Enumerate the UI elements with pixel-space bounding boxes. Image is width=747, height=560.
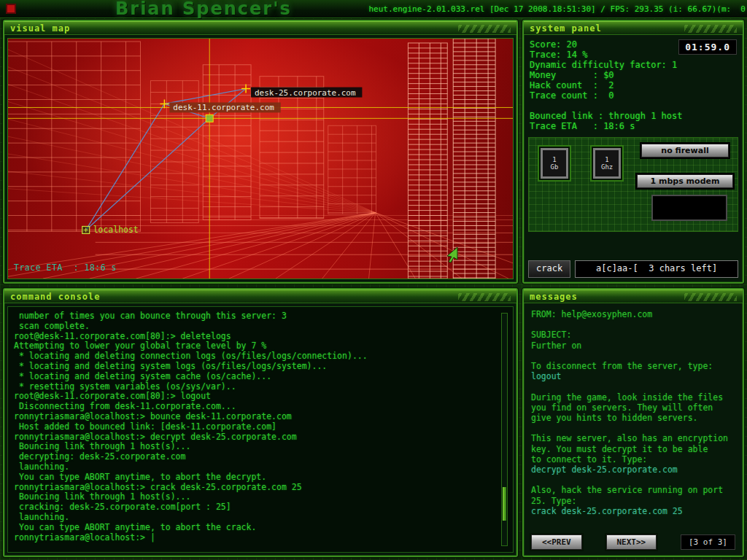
prev-message-button[interactable]: <<PREV [531, 534, 582, 550]
message-nav: <<PREV NEXT>> [3 of 3] [531, 534, 735, 550]
visual-map-title: visual map [10, 23, 70, 34]
console-line: You can type ABORT anytime, to abort the… [14, 472, 497, 483]
system-panel-header: system panel [524, 21, 743, 35]
messages-panel: messages FROM: help@exosyphen.com SUBJEC… [522, 288, 744, 557]
message-line [531, 475, 735, 485]
command-console-header: command console [4, 289, 516, 303]
console-scrollbar[interactable] [501, 313, 508, 546]
messages-header: messages [524, 289, 743, 303]
message-line: During the game, look inside the files [531, 392, 735, 402]
console-line: launching. [14, 462, 497, 472]
crack-progress-input[interactable]: a[c]aa-[ 3 chars left] [575, 260, 738, 278]
message-command-line: decrypt desk-25.corporate.com [531, 464, 735, 475]
message-line [531, 351, 735, 361]
message-command-line: crack desk-25.corporate.com 25 [531, 506, 735, 516]
command-console-panel: command console number of times you can … [3, 288, 518, 557]
map-link-line [86, 104, 165, 230]
console-line: scan complete. [14, 322, 497, 332]
message-line: 25. Type: [531, 496, 735, 506]
command-console-title: command console [10, 292, 100, 302]
modem-indicator: 1 mbps modem [637, 174, 733, 188]
countdown-timer: 01:59.0 [678, 39, 737, 55]
map-node-label: desk-25.corporate.com [255, 88, 356, 98]
crosshair-target-box [206, 114, 213, 122]
message-line [531, 319, 735, 330]
message-page-indicator: [3 of 3] [681, 534, 735, 550]
message-line: FROM: help@exosyphen.com [531, 309, 735, 319]
message-line: give you hints to hidden servers. [531, 413, 735, 423]
map-node-label: desk-11.corporate.com [173, 103, 274, 112]
visual-map-header: visual map [4, 21, 516, 35]
map-node-label: localhost [93, 225, 139, 235]
console-line: Host added to bounced link: [desk-11.cor… [14, 422, 497, 432]
crack-label: crack [528, 260, 570, 278]
message-line: to connect to it. Type: [531, 454, 735, 464]
console-line: Disconnecting from desk-11.corporate.com… [14, 402, 497, 412]
cpu-chip-icon: 1 Ghz [593, 148, 621, 179]
top-bar: Brian Spencer's heut.engine-2.01.033.rel… [0, 0, 747, 18]
messages-title: messages [530, 292, 578, 302]
console-line: launching. [14, 513, 497, 523]
console-output: number of times you can bounce through t… [14, 311, 497, 542]
console-line: number of times you can bounce through t… [14, 311, 497, 322]
ram-chip-icon: 1 Gb [541, 148, 568, 179]
hardware-zone: 1 Gb 1 Ghz no firewall 1 mbps modem [528, 137, 738, 232]
message-line: To disconnect from the server, type: [531, 361, 735, 371]
message-line [531, 381, 735, 392]
status-indicator-icon [6, 4, 16, 14]
console-line: * locating and deleting system logs (os/… [14, 362, 497, 372]
next-message-button[interactable]: NEXT>> [606, 534, 657, 550]
mouse-cursor-icon [444, 247, 459, 263]
console-terminal[interactable]: number of times you can bounce through t… [7, 306, 514, 553]
message-command-line: logout [531, 371, 735, 381]
message-body: FROM: help@exosyphen.com SUBJECT:Further… [528, 308, 738, 529]
map-link-line [164, 89, 246, 104]
message-line: Also, hack the service running on port [531, 485, 735, 495]
crack-row: crack a[c]aa-[ 3 chars left] [528, 260, 738, 278]
console-line: cracking: desk-25.corporate.com[port : 2… [14, 502, 497, 513]
system-panel: system panel Score: 20 Trace: 14 % Dynam… [522, 20, 744, 284]
system-stats: Score: 20 Trace: 14 % Dynamic difficulty… [530, 39, 683, 131]
console-line: ronnytriasmara@localhost:> bounce desk-1… [14, 412, 497, 422]
console-scrollbar-thumb[interactable] [503, 487, 506, 521]
console-line: * locating and deleting connection logs … [14, 351, 497, 362]
console-line: decrypting: desk-25.corporate.com [14, 452, 497, 462]
console-line: * locating and deleting system cache (os… [14, 372, 497, 382]
engine-info: heut.engine-2.01.033.rel [Dec 17 2008.18… [368, 4, 746, 14]
message-line: This new server, also has an encryption [531, 433, 735, 443]
firewall-indicator: no firewall [641, 144, 729, 158]
message-line [531, 423, 735, 433]
system-panel-title: system panel [530, 23, 602, 34]
ram-chip-label: 1 Gb [549, 156, 560, 171]
message-line: key. You must decrypt it to be able [531, 444, 735, 454]
visual-map-canvas: desk-25.corporate.comdesk-11.corporate.c… [7, 38, 514, 279]
map-trace-eta: Trace ETA : 18:6 s [14, 262, 117, 273]
map-wireframe [8, 39, 513, 279]
console-line: ronnytriasmara@localhost:> | [14, 533, 497, 543]
cpu-chip-label: 1 Ghz [601, 156, 613, 171]
console-line: You can type ABORT anytime, to abort the… [14, 523, 497, 533]
visual-map-panel: visual map desk-25.corporate.comdesk-11.… [3, 20, 518, 284]
hardware-slot [651, 195, 727, 221]
message-line: you find on servers. They will often [531, 402, 735, 413]
map-scene-svg: desk-25.corporate.comdesk-11.corporate.c… [8, 39, 513, 279]
message-line: Further on [531, 341, 735, 351]
message-line: SUBJECT: [531, 330, 735, 340]
game-title: Brian Spencer's [115, 0, 292, 19]
